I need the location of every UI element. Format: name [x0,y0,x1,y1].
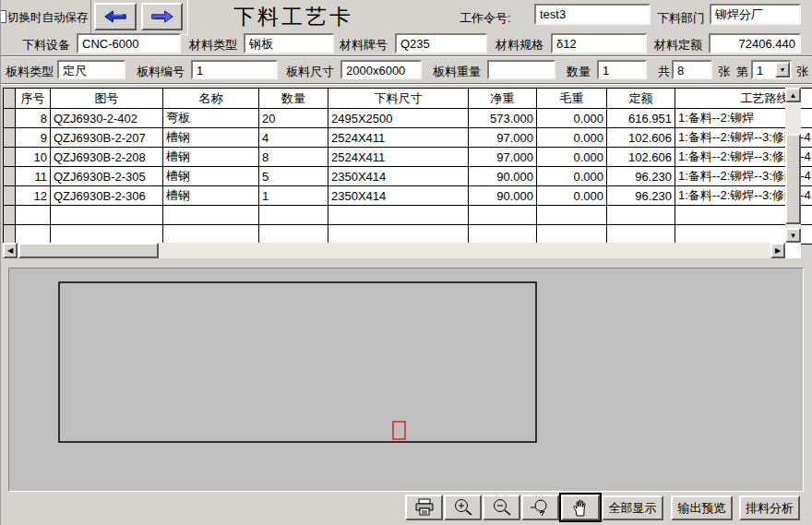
row-selector[interactable] [4,186,16,206]
autosave-checkbox[interactable] [0,10,6,23]
cell-net-weight[interactable]: 97.000 [469,128,537,148]
zoom-out-button[interactable] [483,495,520,520]
cell-net-weight[interactable]: 573.000 [469,109,537,128]
cell-net-weight[interactable]: 90.000 [469,167,537,186]
table-row-empty[interactable] [4,206,812,225]
row-selector[interactable] [4,206,16,225]
material-quota-label: 材料定额 [654,37,702,54]
table-row[interactable]: 10 QZJ6930B-2-208 槽钢 8 2524X411 97.000 0… [4,148,812,167]
cell-cut-size[interactable]: 2524X411 [328,128,469,148]
table-row[interactable]: 11 QZJ6930B-2-305 槽钢 5 2350X414 90.000 0… [4,167,812,186]
pan-button[interactable] [561,495,600,520]
cell-gross-weight[interactable]: 0.000 [537,167,607,186]
cell-drawing-no[interactable]: QZJ6930B-2-305 [51,167,163,186]
row-selector[interactable] [4,225,16,245]
table-horizontal-scrollbar[interactable]: ◀ ▶ [3,243,785,258]
cell-qty[interactable]: 20 [259,109,328,128]
divider [1,83,812,85]
cell-drawing-no[interactable]: QZJ6930B-2-208 [51,148,163,167]
material-type-input[interactable]: 钢板 [244,33,334,54]
zoom-in-button[interactable] [444,495,482,520]
cell-cut-size[interactable]: 2524X411 [328,148,469,167]
cell-name[interactable]: 弯板 [163,109,259,128]
table-row[interactable]: 9 QZJ6930B-2-207 槽钢 4 2524X411 97.000 0.… [4,128,812,148]
print-button[interactable] [405,495,443,520]
cell-gross-weight[interactable]: 0.000 [537,128,607,148]
device-label: 下料设备 [22,37,70,54]
cell-quota[interactable]: 102.606 [607,148,675,167]
cell-qty[interactable]: 5 [259,167,328,186]
cell-qty[interactable]: 8 [259,148,328,167]
cell-qty[interactable]: 1 [259,186,328,206]
col-header-gross-weight: 毛重 [537,89,607,109]
device-input[interactable]: CNC-6000 [77,33,181,54]
cell-cut-size[interactable]: 2495X2500 [328,109,469,128]
zoom-window-button[interactable] [521,495,559,520]
parts-table: 序号 图号 名称 数量 下料尺寸 净重 毛重 定额 工艺路线 8 QZJ6930… [3,88,812,245]
output-preview-button[interactable]: 输出预览 [671,495,733,520]
sheet-weight-input[interactable] [487,60,555,79]
prev-record-button[interactable] [94,3,137,30]
cell-quota[interactable]: 102.606 [607,128,675,148]
cell-drawing-no[interactable]: QZJ6930B-2-207 [51,128,163,148]
sheet-size-label: 板料尺寸 [286,64,334,80]
row-selector[interactable] [4,167,16,186]
sheet-weight-label: 板料重量 [433,64,481,80]
department-input[interactable]: 铆焊分厂 [710,4,801,25]
show-all-button[interactable]: 全部显示 [602,495,663,520]
row-selector[interactable] [4,128,16,148]
table-row-empty[interactable] [4,225,812,245]
cell-drawing-no[interactable]: QZJ6930B-2-306 [51,186,163,206]
cell-name[interactable]: 槽钢 [163,186,259,206]
cell-qty[interactable]: 4 [259,128,328,148]
cell-seq[interactable]: 10 [16,148,51,167]
cell-cut-size[interactable]: 2350X414 [328,186,469,206]
cell-name[interactable]: 槽钢 [163,167,259,186]
horizontal-scroll-thumb[interactable] [18,243,159,258]
cell-name[interactable]: 槽钢 [163,128,259,148]
cell-name[interactable]: 槽钢 [163,148,259,167]
sheet-no-input[interactable]: 1 [191,60,278,79]
quantity-input[interactable]: 1 [597,60,647,79]
scroll-up-button[interactable]: ▲ [785,88,801,102]
output-preview-label: 输出预览 [678,500,726,517]
nesting-preview-panel[interactable] [8,268,804,492]
work-order-input[interactable]: test3 [534,4,651,25]
sheet-size-input[interactable]: 2000x6000 [340,60,422,79]
table-row[interactable]: 8 QZJ6930-2-402 弯板 20 2495X2500 573.000 … [4,109,812,128]
cell-net-weight[interactable]: 97.000 [469,148,537,167]
row-selector[interactable] [4,148,16,167]
cell-drawing-no[interactable]: QZJ6930-2-402 [51,109,163,128]
next-record-button[interactable] [141,3,183,30]
nesting-analysis-button[interactable]: 排料分析 [739,495,800,520]
sheet-type-input[interactable]: 定尺 [57,60,125,79]
vertical-scroll-thumb[interactable] [785,134,801,224]
cell-quota[interactable]: 96.230 [607,186,675,206]
row-selector[interactable] [4,109,16,128]
dropdown-button[interactable]: ▼ [775,62,790,78]
material-grade-input[interactable]: Q235 [395,33,487,54]
cell-quota[interactable]: 616.951 [607,109,675,128]
scroll-right-button[interactable]: ▶ [770,243,785,258]
cell-quota[interactable]: 96.230 [607,167,675,186]
material-quota-input[interactable]: 72406.440 [709,33,801,54]
scroll-left-button[interactable]: ◀ [3,243,18,258]
table-vertical-scrollbar[interactable]: ▲ ▼ [785,88,801,243]
cell-gross-weight[interactable]: 0.000 [537,148,607,167]
cell-seq[interactable]: 8 [16,109,51,128]
cell-seq[interactable]: 9 [16,128,51,148]
cell-seq[interactable]: 12 [16,186,51,206]
total-sheets-input[interactable]: 8 [672,60,712,79]
cell-gross-weight[interactable]: 0.000 [537,186,607,206]
material-spec-input[interactable]: δ12 [551,33,647,54]
cell-cut-size[interactable]: 2350X414 [328,167,469,186]
col-header-quota: 定额 [607,89,675,109]
nav-button-group [90,0,188,35]
cell-net-weight[interactable]: 90.000 [469,186,537,206]
cell-gross-weight[interactable]: 0.000 [537,109,607,128]
table-row[interactable]: 12 QZJ6930B-2-306 槽钢 1 2350X414 90.000 0… [4,186,812,206]
material-grade-label: 材料牌号 [340,37,388,54]
cell-seq[interactable]: 11 [16,167,51,186]
scroll-down-button[interactable]: ▼ [785,228,801,243]
sheet-index-select[interactable]: 1 ▼ [751,60,792,79]
